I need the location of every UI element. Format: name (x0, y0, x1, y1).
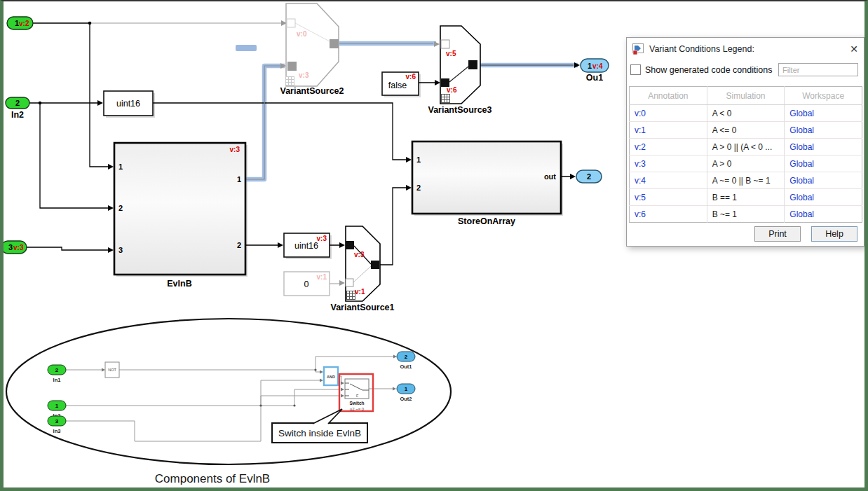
annotation-link[interactable]: v:0 (630, 105, 707, 122)
col-annotation: Annotation (630, 87, 707, 105)
workspace-link[interactable]: Global (785, 122, 862, 139)
vs3-bottom-variant: v:6 (447, 86, 457, 94)
workspace-link[interactable]: Global (785, 206, 862, 223)
help-button[interactable]: Help (811, 226, 857, 242)
inset-in3-number: 3 (55, 418, 59, 424)
inport-1[interactable]: 1 v:2 (7, 17, 33, 29)
annotation-link[interactable]: v:3 (630, 155, 707, 172)
switch-label: Switch (350, 401, 365, 406)
vs2-bottom-variant: v:3 (299, 71, 309, 79)
inset-out1-label: Out1 (400, 364, 412, 370)
inset-inport-1[interactable]: 2 In1 (48, 365, 66, 383)
inset-junction (259, 404, 262, 406)
vs3-top-variant: v:5 (446, 50, 456, 57)
table-row: v:3 A > 0 Global (630, 155, 862, 172)
variant-conditions-legend-window: Variant Conditions Legend: ✕ Show genera… (626, 37, 864, 247)
uint16-block-mid[interactable]: uint16 v:3 (284, 233, 330, 257)
annotation-link[interactable]: v:5 (630, 189, 707, 206)
col-simulation: Simulation (707, 87, 785, 105)
inset-caption: Components of EvlnB (155, 472, 270, 485)
inset-not-block[interactable]: NOT (105, 362, 119, 378)
zero-constant-block[interactable]: 0 v:1 (284, 272, 330, 296)
uint16-block-top[interactable]: uint16 (104, 91, 153, 116)
vs1-top-variant: v:3 (354, 251, 365, 258)
simulation-condition: B ~= 1 (707, 206, 785, 223)
simulation-condition: A < 0 (707, 105, 785, 122)
simulation-condition: A > 0 (707, 155, 785, 172)
workspace-link[interactable]: Global (785, 172, 862, 189)
workspace-link[interactable]: Global (785, 155, 862, 172)
false-variant: v:6 (406, 73, 416, 81)
variantsource3-block[interactable]: v:5 v:6 VariantSource3 (428, 26, 491, 115)
inport-2[interactable]: 2 In2 (6, 97, 29, 120)
col-workspace: Workspace (785, 87, 862, 105)
simulation-condition: A > 0 || (A < 0 ... (707, 139, 785, 155)
legend-title: Variant Conditions Legend: (649, 44, 754, 54)
false-constant-block[interactable]: false v:6 (382, 72, 419, 95)
zero-variant: v:1 (317, 273, 327, 281)
uint16-top-label: uint16 (116, 99, 140, 109)
close-icon[interactable]: ✕ (850, 44, 858, 54)
annotation-link[interactable]: v:4 (630, 172, 707, 189)
annotation-link[interactable]: v:2 (630, 139, 707, 155)
table-row: v:5 B == 1 Global (630, 189, 862, 206)
switch-callout: Switch inside EvlnB (272, 409, 367, 443)
false-label: false (388, 81, 407, 90)
simulation-condition: A <= 0 (707, 122, 785, 139)
vs1-grid-icon (347, 291, 355, 300)
storeonarray-block[interactable]: 1 2 out StoreOnArray (412, 141, 561, 226)
inset-outport-1[interactable]: 2 Out1 (397, 352, 415, 370)
variantsource1-block[interactable]: v:3 v:1 VariantSource1 (330, 226, 394, 312)
table-row: v:6 B ~= 1 Global (630, 206, 862, 223)
evlnb-out2: 2 (237, 241, 241, 249)
inset-and-block[interactable]: AND (324, 367, 338, 385)
inset-in3-label: In3 (53, 428, 61, 434)
inset-junction (314, 368, 316, 371)
store-in1: 1 (416, 155, 421, 164)
inport-3[interactable]: 3 v:3 (1, 241, 27, 254)
evlnb-in2: 2 (118, 204, 123, 212)
inset-out2-number: 1 (405, 386, 408, 392)
filter-input[interactable] (778, 63, 858, 76)
and-label: AND (327, 375, 335, 379)
show-generated-code-checkbox[interactable] (630, 64, 641, 75)
outport-2[interactable]: 2 (576, 170, 602, 183)
inset-inport-3[interactable]: 3 In3 (48, 416, 66, 434)
store-in2: 2 (416, 184, 421, 192)
inport-2-number: 2 (15, 99, 20, 107)
variantsource1-label: VariantSource1 (330, 303, 394, 312)
table-row: v:2 A > 0 || (A < 0 ... Global (630, 139, 862, 155)
switch-criteria: u2 ~= 0 (350, 407, 365, 411)
print-button[interactable]: Print (754, 226, 801, 242)
inset-in1-label: In1 (53, 377, 61, 383)
callout-text: Switch inside EvlnB (278, 428, 361, 438)
outport-ou1[interactable]: 1 v:4 Ou1 (581, 59, 609, 83)
annotation-link[interactable]: v:6 (630, 206, 707, 223)
inset-outport-2[interactable]: 1 Out2 (397, 384, 415, 402)
workspace-link[interactable]: Global (785, 139, 862, 155)
evlnb-label: EvlnB (167, 279, 191, 289)
storeonarray-label: StoreOnArray (458, 216, 515, 226)
variant-legend-icon (632, 43, 644, 55)
evlnb-block[interactable]: v:3 1 2 3 1 2 EvlnB (114, 143, 245, 289)
variantsource2-block[interactable]: v:0 v:3 VariantSource2 (280, 4, 344, 96)
workspace-link[interactable]: Global (785, 105, 862, 122)
inset-in1-number: 2 (55, 367, 59, 373)
legend-controls: Show generated code conditions (627, 59, 864, 76)
annotation-link[interactable]: v:1 (630, 122, 707, 139)
inset-switch-block[interactable]: F Switch u2 ~= 0 (345, 379, 369, 411)
ou1-number: 1 (588, 62, 592, 70)
uint16-mid-variant: v:3 (317, 235, 327, 242)
inset-out2-label: Out2 (400, 396, 412, 402)
workspace-link[interactable]: Global (785, 189, 862, 206)
evlnb-variant: v:3 (230, 146, 240, 153)
outport-2-number: 2 (587, 172, 591, 181)
zero-label: 0 (304, 279, 309, 289)
variantsource3-label: VariantSource3 (428, 105, 491, 115)
inset-out1-number: 2 (405, 354, 408, 360)
table-header-row: Annotation Simulation Workspace (630, 87, 862, 105)
simulink-editor-canvas: 1 v:2 2 In2 3 v:3 uint16 v:3 1 2 3 1 2 E… (0, 0, 868, 491)
highlight-dash-annotation (236, 45, 257, 51)
table-row: v:0 A < 0 Global (630, 105, 862, 122)
not-label: NOT (108, 368, 116, 372)
